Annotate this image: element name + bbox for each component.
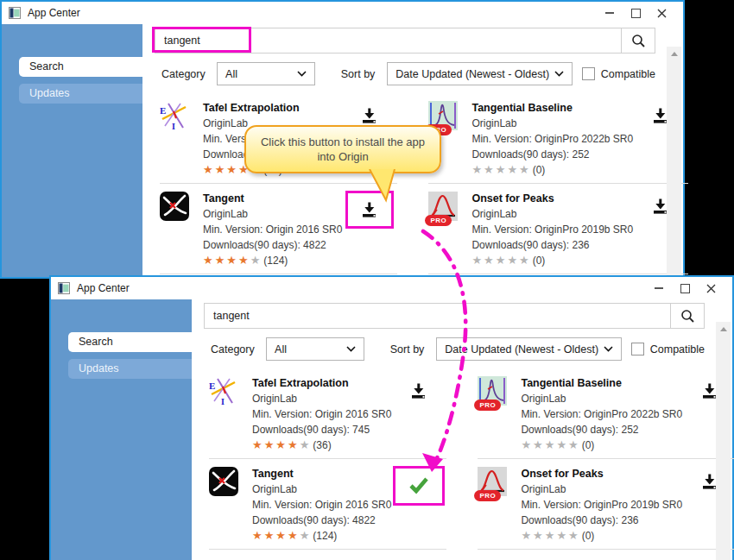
app-name[interactable]: Tangential Baseline [471, 101, 633, 116]
close-button[interactable] [649, 2, 674, 24]
rating-count: (0) [582, 439, 595, 451]
stars-filled: ★★★★ [203, 254, 250, 267]
magnifier-icon [631, 34, 646, 48]
stars-empty: ★★★★★ [521, 529, 579, 542]
close-icon [657, 9, 667, 18]
category-dropdown[interactable]: All [266, 337, 364, 361]
scrollbar[interactable] [667, 47, 681, 277]
tooltip-text-line2: into Origin [317, 149, 368, 164]
app-min-version: Min. Version: Origin 2016 SR0 [252, 497, 391, 513]
app-min-version: Min. Version: OriginPro 2022b SR0 [471, 131, 633, 147]
app-name[interactable]: Onset for Peaks [471, 192, 633, 206]
sidebar-item-updates[interactable]: Updates [68, 359, 192, 379]
app-min-version: Min. Version: Origin 2016 SR0 [203, 222, 342, 237]
app-rating: ★★★★★(124) [203, 253, 342, 268]
app-card-tangent: Tangent OriginLab Min. Version: Origin 2… [209, 459, 446, 550]
minimize-button[interactable] [646, 277, 672, 299]
rating-count: (124) [313, 530, 337, 542]
app-card-tafel-extrapolation: EI Tafel Extrapolation OriginLab Min. Ve… [209, 368, 446, 459]
app-downloads: Downloads(90 days): 252 [471, 147, 633, 162]
app-vendor: OriginLab [252, 391, 391, 406]
sort-dropdown[interactable]: Date Updated (Newest - Oldest) [436, 337, 622, 361]
pro-badge: PRO [425, 215, 452, 226]
category-value: All [275, 343, 287, 356]
svg-text:I: I [172, 122, 175, 130]
magnifier-icon [680, 309, 695, 324]
app-rating: ★★★★★(124) [252, 528, 391, 544]
maximize-button[interactable] [623, 2, 649, 24]
sort-dropdown[interactable]: Date Updated (Newest - Oldest) [387, 62, 573, 85]
stars-filled: ★★★★ [252, 438, 300, 451]
download-icon[interactable] [360, 201, 379, 218]
sidebar-item-search[interactable]: Search [19, 57, 142, 77]
tangent-icon [209, 467, 238, 496]
scroll-up-arrow-icon[interactable] [720, 327, 727, 331]
svg-text:E: E [209, 381, 215, 391]
sort-value: Date Updated (Newest - Oldest) [395, 68, 549, 80]
scroll-up-arrow-icon[interactable] [671, 52, 678, 56]
search-input[interactable] [155, 28, 621, 53]
pro-badge: PRO [474, 490, 501, 501]
search-input[interactable] [204, 303, 670, 329]
app-rating: ★★★★★(36) [252, 437, 391, 453]
check-icon [408, 476, 430, 495]
chevron-down-icon [346, 346, 356, 352]
app-downloads: Downloads(90 days): 252 [521, 422, 682, 437]
compatible-checkbox[interactable] [631, 343, 643, 356]
app-list: EI Tafel Extrapolation OriginLab Min. Ve… [192, 368, 715, 560]
sidebar-item-updates[interactable]: Updates [19, 84, 142, 104]
app-downloads: Downloads(90 days): 4822 [203, 237, 342, 253]
sidebar-item-search[interactable]: Search [68, 332, 192, 352]
app-min-version: Min. Version: OriginPro 2019b SR0 [521, 497, 682, 513]
titlebar[interactable]: App Center [51, 277, 732, 299]
minimize-icon [655, 287, 663, 289]
tafel-extrapolation-icon: EI [209, 376, 238, 406]
app-center-window-before: App Center Search Updates Category All [0, 0, 685, 279]
tooltip-tail [363, 169, 401, 204]
app-card-tangential-baseline: PRO Tangential Baseline OriginLab Min. V… [428, 93, 688, 184]
rating-count: (36) [313, 439, 331, 451]
minimize-button[interactable] [597, 2, 623, 24]
scrollbar[interactable] [716, 322, 731, 560]
app-list: EI Tafel Extrapolation OriginLab Min. Ve… [142, 93, 666, 277]
maximize-button[interactable] [672, 277, 698, 299]
pro-badge: PRO [474, 400, 501, 411]
search-button[interactable] [621, 28, 655, 53]
sort-by-label: Sort by [341, 68, 388, 80]
app-name[interactable]: Tangent [252, 467, 391, 481]
compatible-label: Compatible [601, 68, 655, 80]
app-vendor: OriginLab [521, 391, 682, 406]
compatible-label: Compatible [650, 343, 705, 356]
app-card-tangential-baseline: PRO Tangential Baseline OriginLab Min. V… [478, 368, 734, 459]
app-name[interactable]: Tangent [203, 192, 342, 206]
app-name[interactable]: Onset for Peaks [521, 467, 682, 481]
app-vendor: OriginLab [521, 481, 682, 497]
app-vendor: OriginLab [252, 481, 391, 497]
app-min-version: Min. Version: OriginPro 2019b SR0 [471, 222, 633, 237]
app-rating: ★★★★★(0) [471, 162, 633, 178]
app-name[interactable]: Tangential Baseline [521, 376, 682, 391]
search-button[interactable] [670, 303, 705, 329]
minimize-icon [605, 12, 614, 14]
category-label: Category [211, 343, 266, 356]
rating-count: (0) [533, 164, 546, 176]
app-name[interactable]: Tafel Extrapolation [252, 376, 391, 391]
download-icon[interactable] [360, 107, 379, 124]
app-vendor: OriginLab [471, 116, 633, 131]
close-button[interactable] [698, 277, 724, 299]
compatible-checkbox[interactable] [582, 67, 594, 80]
titlebar[interactable]: App Center [2, 2, 683, 24]
sidebar: Search Updates [2, 24, 142, 277]
stars-empty: ★★★★★ [471, 254, 530, 267]
app-name[interactable]: Tafel Extrapolation [203, 101, 342, 116]
app-card-onset-for-peaks: PRO Onset for Peaks OriginLab Min. Versi… [428, 184, 688, 274]
window-title: App Center [28, 7, 80, 19]
tafel-extrapolation-icon: EI [160, 101, 189, 130]
installed-check-highlight-box [393, 466, 445, 506]
sidebar: Search Updates [51, 299, 192, 560]
category-dropdown[interactable]: All [217, 62, 315, 85]
app-center-window-after: App Center Search Updates Category All S [49, 275, 734, 560]
stars-empty: ★★★★★ [471, 163, 530, 176]
app-vendor: OriginLab [203, 206, 342, 222]
download-icon[interactable] [409, 382, 428, 400]
